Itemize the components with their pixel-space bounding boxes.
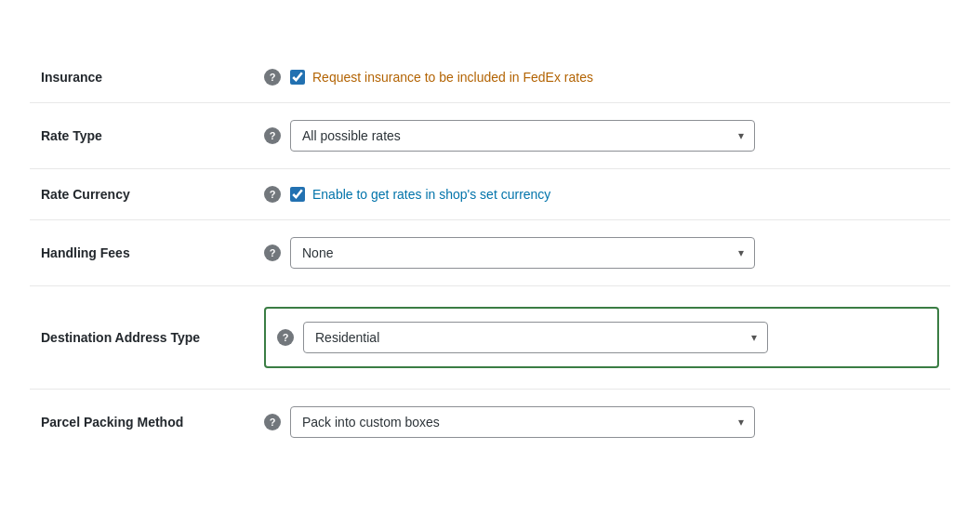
help-icon-insurance[interactable]: ?	[264, 69, 281, 86]
help-icon-parcel_packing_method[interactable]: ?	[264, 414, 281, 430]
highlighted-wrapper: ? ResidentialCommercialMixed ▾	[264, 307, 939, 368]
checkbox-label-insurance[interactable]: Request insurance to be included in FedE…	[290, 70, 593, 85]
row-rate_currency: Rate Currency ? Enable to get rates in s…	[30, 169, 950, 220]
row-destination_address_type: Destination Address Type ? ResidentialCo…	[30, 286, 950, 390]
label-handling_fees: Handling Fees	[30, 220, 253, 286]
select-wrapper-handling_fees: NoneFixedPercentage ▾	[290, 237, 755, 269]
select-wrapper-parcel_packing_method: Pack into custom boxesPack items individ…	[290, 406, 755, 438]
checkbox-insurance[interactable]	[290, 70, 305, 85]
control-cell-destination_address_type: ? ResidentialCommercialMixed ▾	[253, 286, 950, 390]
control-cell-insurance: ? Request insurance to be included in Fe…	[253, 52, 950, 103]
help-icon-handling_fees[interactable]: ?	[264, 245, 281, 261]
row-parcel_packing_method: Parcel Packing Method ? Pack into custom…	[30, 390, 950, 456]
help-icon-rate_type[interactable]: ?	[264, 127, 281, 144]
checkbox-label-rate_currency[interactable]: Enable to get rates in shop's set curren…	[290, 187, 550, 202]
checkbox-text-insurance: Request insurance to be included in FedE…	[312, 70, 593, 85]
select-rate_type[interactable]: All possible ratesStandard ratesList rat…	[290, 120, 755, 152]
select-wrapper-destination_address_type: ResidentialCommercialMixed ▾	[303, 322, 768, 353]
label-rate_currency: Rate Currency	[30, 169, 253, 220]
row-handling_fees: Handling Fees ? NoneFixedPercentage ▾	[30, 220, 950, 286]
select-destination_address_type[interactable]: ResidentialCommercialMixed	[303, 322, 768, 353]
label-rate_type: Rate Type	[30, 103, 253, 169]
select-handling_fees[interactable]: NoneFixedPercentage	[290, 237, 755, 269]
settings-table: Insurance ? Request insurance to be incl…	[30, 52, 950, 455]
control-cell-rate_type: ? All possible ratesStandard ratesList r…	[253, 103, 950, 169]
label-destination_address_type: Destination Address Type	[30, 286, 253, 390]
checkbox-rate_currency[interactable]	[290, 187, 305, 202]
row-rate_type: Rate Type ? All possible ratesStandard r…	[30, 103, 950, 169]
checkbox-text-rate_currency: Enable to get rates in shop's set curren…	[312, 187, 550, 202]
control-cell-rate_currency: ? Enable to get rates in shop's set curr…	[253, 169, 950, 220]
select-parcel_packing_method[interactable]: Pack into custom boxesPack items individ…	[290, 406, 755, 438]
row-insurance: Insurance ? Request insurance to be incl…	[30, 52, 950, 103]
label-insurance: Insurance	[30, 52, 253, 103]
select-wrapper-rate_type: All possible ratesStandard ratesList rat…	[290, 120, 755, 152]
settings-container: Insurance ? Request insurance to be incl…	[0, 0, 980, 529]
control-cell-parcel_packing_method: ? Pack into custom boxesPack items indiv…	[253, 390, 950, 456]
help-icon-rate_currency[interactable]: ?	[264, 186, 281, 203]
control-cell-handling_fees: ? NoneFixedPercentage ▾	[253, 220, 950, 286]
help-icon-destination_address_type[interactable]: ?	[277, 329, 294, 346]
label-parcel_packing_method: Parcel Packing Method	[30, 390, 253, 456]
